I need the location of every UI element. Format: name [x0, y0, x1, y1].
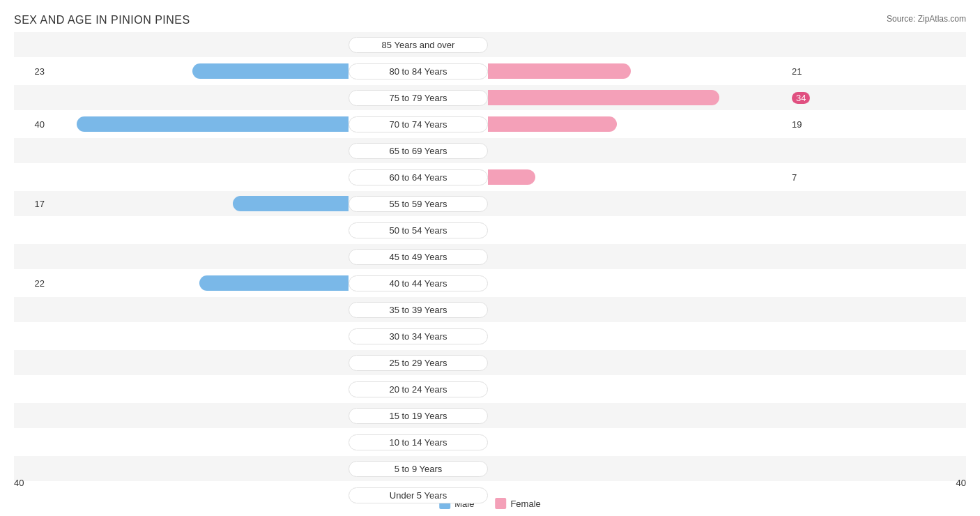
right-bar-container [488, 324, 788, 349]
age-label: 75 to 79 Years [349, 90, 488, 106]
right-value: 7 [788, 172, 822, 183]
left-bar-container [49, 59, 349, 84]
left-bar-container [49, 138, 349, 163]
age-label: 10 to 14 Years [349, 434, 488, 450]
female-bar [488, 169, 535, 185]
age-label: 25 to 29 Years [349, 355, 488, 371]
bars-area: 85 Years and over 23 80 to 84 Years 21 7… [14, 32, 966, 457]
bar-row: 25 to 29 Years [14, 350, 966, 375]
male-bar [77, 116, 349, 132]
right-bar-container [488, 403, 788, 428]
age-label: Under 5 Years [349, 487, 488, 503]
age-label: 65 to 69 Years [349, 143, 488, 159]
age-label: 45 to 49 Years [349, 249, 488, 265]
bar-row: 75 to 79 Years 34 [14, 85, 966, 110]
bar-row: 10 to 14 Years [14, 430, 966, 455]
bar-row: 85 Years and over [14, 32, 966, 57]
right-bar-container [488, 85, 788, 110]
axis-left-value: 40 [14, 478, 24, 488]
legend-female: Female [495, 498, 540, 509]
age-label: 85 Years and over [349, 37, 488, 53]
age-label: 30 to 34 Years [349, 328, 488, 344]
right-bar-container [488, 32, 788, 57]
left-bar-container [49, 85, 349, 110]
female-legend-icon [495, 498, 506, 509]
age-label: 40 to 44 Years [349, 275, 488, 291]
right-bar-container [488, 138, 788, 163]
bottom-axis: 40 40 [0, 478, 980, 488]
right-bar-container [488, 271, 788, 296]
female-bar [488, 116, 617, 132]
left-bar-container [49, 403, 349, 428]
age-label: 5 to 9 Years [349, 461, 488, 477]
age-label: 70 to 74 Years [349, 116, 488, 132]
left-bar-container [49, 297, 349, 322]
age-label: 55 to 59 Years [349, 196, 488, 212]
right-value: 34 [788, 93, 822, 103]
chart-title: SEX AND AGE IN PINION PINES [14, 14, 966, 26]
right-bar-container [488, 350, 788, 375]
left-bar-container [49, 191, 349, 216]
bar-row: 22 40 to 44 Years [14, 271, 966, 296]
right-bar-container [488, 165, 788, 190]
left-bar-container [49, 377, 349, 402]
bar-row: 65 to 69 Years [14, 138, 966, 163]
bar-row: 30 to 34 Years [14, 324, 966, 349]
bar-row: 17 55 to 59 Years [14, 191, 966, 216]
female-legend-label: Female [510, 499, 540, 509]
male-bar [233, 196, 349, 211]
left-value: 17 [14, 199, 49, 209]
bar-row: 60 to 64 Years 7 [14, 165, 966, 190]
female-bar [488, 90, 719, 105]
source-text: Source: ZipAtlas.com [887, 14, 966, 24]
male-bar [192, 63, 349, 79]
right-bar-container [488, 59, 788, 84]
bar-row: 40 70 to 74 Years 19 [14, 112, 966, 137]
chart-container: SEX AND AGE IN PINION PINES Source: ZipA… [0, 0, 980, 516]
female-bar [488, 63, 631, 79]
left-value: 23 [14, 66, 49, 77]
right-bar-container [488, 377, 788, 402]
left-bar-container [49, 271, 349, 296]
right-bar-container [488, 297, 788, 322]
left-bar-container [49, 244, 349, 269]
male-bar [199, 275, 349, 291]
left-value: 22 [14, 278, 49, 289]
bar-row: 23 80 to 84 Years 21 [14, 59, 966, 84]
left-bar-container [49, 165, 349, 190]
left-bar-container [49, 324, 349, 349]
left-bar-container [49, 32, 349, 57]
bar-row: 35 to 39 Years [14, 297, 966, 322]
bar-row: 20 to 24 Years [14, 377, 966, 402]
age-label: 20 to 24 Years [349, 381, 488, 397]
right-value: 19 [788, 119, 822, 130]
bar-row: 45 to 49 Years [14, 244, 966, 269]
right-bar-container [488, 244, 788, 269]
bar-row: 15 to 19 Years [14, 403, 966, 428]
age-label: 15 to 19 Years [349, 408, 488, 424]
right-bar-container [488, 112, 788, 137]
right-value: 21 [788, 66, 822, 77]
right-bar-container [488, 191, 788, 216]
left-bar-container [49, 430, 349, 455]
right-bar-container [488, 430, 788, 455]
age-label: 80 to 84 Years [349, 63, 488, 79]
age-label: 35 to 39 Years [349, 302, 488, 318]
left-value: 40 [14, 119, 49, 130]
axis-right-value: 40 [956, 478, 966, 488]
age-label: 60 to 64 Years [349, 169, 488, 185]
right-bar-container [488, 218, 788, 243]
bar-row: 50 to 54 Years [14, 218, 966, 243]
left-bar-container [49, 218, 349, 243]
left-bar-container [49, 112, 349, 137]
age-label: 50 to 54 Years [349, 222, 488, 238]
left-bar-container [49, 350, 349, 375]
